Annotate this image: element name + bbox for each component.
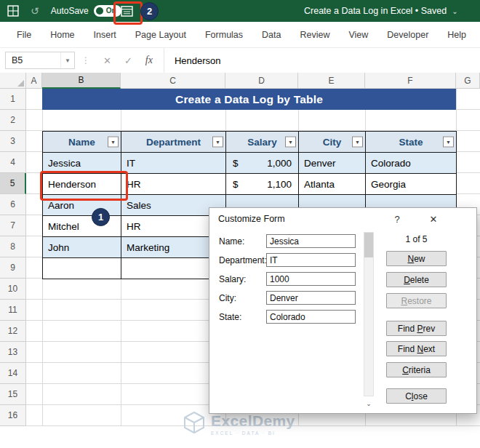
annotation-highlight-cell-b5 <box>40 171 128 201</box>
table-header-salary[interactable]: Salary ▼ <box>226 132 299 153</box>
chevron-down-icon: ⌄ <box>452 7 457 15</box>
autosave-label: AutoSave <box>51 6 89 16</box>
dialog-button-find-next[interactable]: Find Next <box>386 341 447 356</box>
table-header-name[interactable]: Name ▼ <box>43 132 121 153</box>
header-label: Name <box>68 137 95 148</box>
row-header-9[interactable]: 9 <box>0 257 26 279</box>
filter-button[interactable]: ▼ <box>443 137 454 148</box>
dialog-button-close[interactable]: Close <box>386 388 447 404</box>
filter-arrow-icon: ▼ <box>111 140 116 145</box>
formula-bar-content[interactable]: Henderson <box>164 48 480 73</box>
row-header-12[interactable]: 12 <box>0 321 26 342</box>
name-box-caret-icon[interactable]: ▼ <box>60 52 74 68</box>
table-header-department[interactable]: Department ▼ <box>121 132 226 153</box>
watermark-tagline: EXCEL · DATA · BI <box>211 431 295 436</box>
dialog-button-delete[interactable]: Delete <box>386 272 447 287</box>
cell-b7[interactable]: Mitchel <box>43 216 121 237</box>
tab-formulas[interactable]: Formulas <box>196 22 252 47</box>
watermark-name: ExcelDemy <box>211 412 295 429</box>
sheet-title-cell[interactable]: Create a Data Log by Table <box>42 89 456 110</box>
row-header-4[interactable]: 4 <box>0 152 26 173</box>
scroll-down-icon[interactable]: ⌄ <box>364 399 374 409</box>
cell-d4[interactable]: $ 1,000 <box>226 153 299 174</box>
select-all-corner[interactable] <box>0 73 26 89</box>
row-header-1[interactable]: 1 <box>0 89 26 110</box>
tab-home[interactable]: Home <box>41 22 84 47</box>
cancel-icon[interactable]: ✕ <box>103 55 111 66</box>
field-input-state[interactable] <box>266 310 356 324</box>
filter-button[interactable]: ▼ <box>352 137 363 148</box>
column-header-c[interactable]: C <box>121 73 225 89</box>
excel-window: ↺ AutoSave On Create a Data Log in Excel… <box>0 0 480 448</box>
row-header-7[interactable]: 7 <box>0 215 26 236</box>
cell-c4[interactable]: IT <box>121 153 226 174</box>
document-title-text: Create a Data Log in Excel • Saved <box>304 6 447 16</box>
filter-button[interactable]: ▼ <box>285 137 296 148</box>
exceldemy-logo-icon <box>183 411 205 437</box>
dialog-buttons: NewDeleteRestoreFind PrevFind NextCriter… <box>386 208 447 413</box>
field-input-salary[interactable] <box>266 272 356 286</box>
document-title[interactable]: Create a Data Log in Excel • Saved ⌄ <box>304 0 458 22</box>
filter-arrow-icon: ▼ <box>446 140 451 145</box>
tab-help[interactable]: Help <box>438 22 476 47</box>
annotation-step-2-badge: 2 <box>140 2 159 20</box>
dialog-button-criteria[interactable]: Criteria <box>386 362 447 377</box>
tab-review[interactable]: Review <box>290 22 339 47</box>
excel-app-icon[interactable] <box>7 5 19 17</box>
column-header-a[interactable]: A <box>26 73 42 89</box>
tab-developer[interactable]: Developer <box>377 22 438 47</box>
tab-data[interactable]: Data <box>252 22 290 47</box>
undo-icon[interactable]: ↺ <box>31 5 39 17</box>
insert-function-icon[interactable]: fx <box>145 55 153 66</box>
cell-f5[interactable]: Georgia <box>366 174 457 195</box>
row-header-15[interactable]: 15 <box>0 384 26 405</box>
filter-arrow-icon: ▼ <box>215 140 220 145</box>
tab-file[interactable]: File <box>7 22 41 47</box>
row-header-2[interactable]: 2 <box>0 110 26 131</box>
column-header-d[interactable]: D <box>225 73 298 89</box>
cell-b9[interactable] <box>43 258 121 279</box>
row-header-8[interactable]: 8 <box>0 236 26 257</box>
row-header-5[interactable]: 5 <box>0 173 26 194</box>
cell-b8[interactable]: John <box>43 237 121 258</box>
cell-d5[interactable]: $ 1,100 <box>226 174 299 195</box>
currency-symbol: $ <box>233 158 239 169</box>
name-box[interactable]: B5 ▼ <box>5 52 75 69</box>
field-label-department: Department: <box>219 255 267 265</box>
dialog-button-restore[interactable]: Restore <box>386 293 447 308</box>
cell-e4[interactable]: Denver <box>299 153 366 174</box>
row-header-14[interactable]: 14 <box>0 363 26 384</box>
tab-view[interactable]: View <box>339 22 377 47</box>
field-label-state: State: <box>219 312 241 322</box>
row-header-6[interactable]: 6 <box>0 194 26 215</box>
cell-e5[interactable]: Atlanta <box>299 174 366 195</box>
cell-f4[interactable]: Colorado <box>366 153 457 174</box>
row-header-13[interactable]: 13 <box>0 342 26 363</box>
enter-icon[interactable]: ✓ <box>124 55 132 66</box>
filter-button[interactable]: ▼ <box>108 137 119 148</box>
column-header-f[interactable]: F <box>365 73 456 89</box>
field-label-name: Name: <box>219 236 244 247</box>
row-header-10[interactable]: 10 <box>0 279 26 300</box>
tab-insert[interactable]: Insert <box>84 22 126 47</box>
scrollbar-thumb[interactable] <box>364 233 373 257</box>
row-header-11[interactable]: 11 <box>0 300 26 321</box>
formula-bar-divider-icon: ⋮ <box>81 55 90 65</box>
tab-page-layout[interactable]: Page Layout <box>126 22 196 47</box>
cell-c5[interactable]: HR <box>121 174 226 195</box>
column-header-b[interactable]: B <box>42 73 121 89</box>
column-header-g[interactable]: G <box>456 73 480 89</box>
dialog-button-find-prev[interactable]: Find Prev <box>386 321 447 336</box>
row-header-16[interactable]: 16 <box>0 405 26 426</box>
field-input-city[interactable] <box>266 291 356 305</box>
dialog-button-new[interactable]: New <box>386 251 447 266</box>
table-header-state[interactable]: State ▼ <box>366 132 457 153</box>
watermark: ExcelDemy EXCEL · DATA · BI <box>183 411 295 437</box>
filter-button[interactable]: ▼ <box>212 137 223 148</box>
dialog-scrollbar[interactable] <box>364 232 374 396</box>
field-input-name[interactable] <box>266 234 356 248</box>
column-header-e[interactable]: E <box>298 73 365 89</box>
table-header-city[interactable]: City ▼ <box>299 132 366 153</box>
field-input-department[interactable] <box>266 253 356 267</box>
row-header-3[interactable]: 3 <box>0 131 26 152</box>
